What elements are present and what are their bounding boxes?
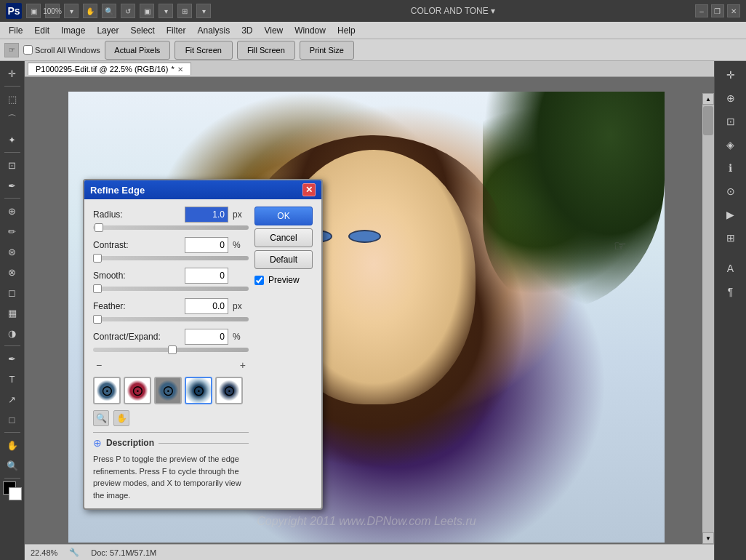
dialog-buttons: OK Cancel Default Preview	[254, 207, 313, 501]
smooth-slider-track[interactable]	[93, 287, 249, 291]
zoom-tool[interactable]: 🔍	[102, 4, 116, 18]
color-swatch[interactable]	[3, 481, 22, 500]
right-tool-8[interactable]: ⊞	[720, 227, 742, 249]
fill-screen-button[interactable]: Fill Screen	[237, 41, 295, 60]
history-tool[interactable]: ⊗	[3, 263, 22, 281]
scroll-tool-icon[interactable]: ☞	[4, 43, 19, 57]
right-tool-3[interactable]: ⊡	[720, 111, 742, 132]
zoom-dropdown[interactable]: ▾	[64, 4, 79, 18]
preview-icon-4[interactable]: ⊙	[185, 377, 212, 404]
default-button[interactable]: Default	[254, 250, 313, 269]
dialog-close-button[interactable]: ✕	[302, 183, 316, 196]
restore-button[interactable]: ❐	[711, 4, 724, 17]
scroll-up-button[interactable]: ▲	[702, 93, 714, 105]
contract-expand-input[interactable]	[185, 329, 228, 345]
preview-icon-3[interactable]: ⊙	[154, 377, 182, 404]
menu-analysis[interactable]: Analysis	[191, 24, 236, 37]
preview-checkbox-label[interactable]: Preview	[268, 275, 300, 285]
view-dropdown[interactable]: ▾	[159, 4, 173, 18]
contrast-input[interactable]	[185, 237, 228, 253]
ok-button[interactable]: OK	[254, 207, 313, 225]
zoom-tool-left[interactable]: 🔍	[3, 456, 22, 475]
crop-tool[interactable]: ⊡	[3, 156, 22, 175]
magic-wand-tool[interactable]: ✦	[3, 130, 22, 149]
contract-expand-slider-thumb[interactable]	[168, 345, 177, 354]
preview-icon-2[interactable]: ⊙	[124, 377, 151, 404]
healing-tool[interactable]: ⊕	[3, 201, 22, 220]
menu-select[interactable]: Select	[124, 24, 160, 37]
print-size-button[interactable]: Print Size	[300, 41, 354, 60]
menu-file[interactable]: File	[3, 24, 28, 37]
zoom-display[interactable]: 100%	[45, 4, 60, 18]
contrast-slider-track[interactable]	[93, 256, 249, 260]
scroll-all-windows-label[interactable]: Scroll All Windows	[23, 45, 100, 55]
scroll-all-windows-checkbox[interactable]	[23, 45, 33, 55]
preview-checkbox[interactable]	[254, 276, 264, 285]
type-tool[interactable]: T	[3, 369, 22, 388]
contrast-slider-thumb[interactable]	[93, 254, 102, 263]
description-toggle[interactable]: ⊕	[93, 437, 102, 449]
feather-slider-track[interactable]	[93, 317, 249, 321]
view-menu[interactable]: ▣	[140, 4, 154, 18]
right-tool-4[interactable]: ◈	[720, 134, 742, 156]
feather-slider-thumb[interactable]	[93, 315, 102, 324]
rotate-tool[interactable]: ↺	[121, 4, 135, 18]
scroll-thumb-v[interactable]	[703, 106, 713, 135]
brush-tool[interactable]: ✏	[3, 222, 22, 241]
preview-icon-5[interactable]: ⊙	[215, 377, 243, 404]
hand-tool[interactable]: ✋	[83, 4, 97, 18]
workspace-name: COLOR AND TONE	[411, 6, 489, 16]
path-tool[interactable]: ↗	[3, 390, 22, 409]
zoom-minus-button[interactable]: 🔍	[93, 410, 109, 426]
gradient-tool[interactable]: ▦	[3, 303, 22, 322]
vertical-scrollbar[interactable]: ▲ ▼	[702, 93, 714, 544]
document-tab[interactable]: P1000295-Edit.tif @ 22.5% (RGB/16) * ✕	[28, 63, 191, 75]
feather-input[interactable]	[185, 298, 228, 314]
dodge-tool[interactable]: ◑	[3, 324, 22, 343]
pen-tool[interactable]: ✒	[3, 349, 22, 368]
marquee-tool[interactable]: ⬚	[3, 89, 22, 108]
lasso-tool[interactable]: ⌒	[3, 110, 22, 129]
minimize-button[interactable]: –	[695, 4, 708, 17]
preview-icon-1[interactable]: ⊙	[93, 377, 121, 404]
right-tool-6[interactable]: ⊙	[720, 180, 742, 202]
move-tool[interactable]: ✛	[3, 64, 22, 83]
extras-menu[interactable]: ⊞	[177, 4, 192, 18]
menu-image[interactable]: Image	[55, 24, 91, 37]
smooth-slider-thumb[interactable]	[93, 284, 102, 293]
background-color[interactable]	[9, 487, 22, 500]
extras-dropdown[interactable]: ▾	[196, 4, 211, 18]
right-tool-5[interactable]: ℹ	[720, 157, 742, 179]
contrast-row: Contrast: %	[93, 237, 249, 253]
contract-expand-slider-track[interactable]	[93, 348, 249, 352]
pan-button[interactable]: ✋	[113, 410, 129, 426]
doc-icon[interactable]: ▣	[26, 4, 41, 18]
menu-filter[interactable]: Filter	[161, 24, 192, 37]
menu-3d[interactable]: 3D	[236, 24, 258, 37]
clone-tool[interactable]: ⊛	[3, 242, 22, 261]
right-tool-7[interactable]: ▶	[720, 204, 742, 225]
actual-pixels-button[interactable]: Actual Pixels	[105, 41, 170, 60]
eyedropper-tool[interactable]: ✒	[3, 176, 22, 195]
right-tool-para[interactable]: ¶	[720, 281, 742, 303]
scroll-down-button[interactable]: ▼	[702, 532, 714, 544]
menu-view[interactable]: View	[258, 24, 289, 37]
right-tool-2[interactable]: ⊕	[720, 87, 742, 109]
radius-input[interactable]	[185, 207, 228, 223]
fit-screen-button[interactable]: Fit Screen	[175, 41, 233, 60]
hand-tool[interactable]: ✋	[3, 436, 22, 455]
tab-close-button[interactable]: ✕	[177, 65, 183, 73]
radius-slider-thumb[interactable]	[95, 223, 103, 232]
right-tool-type[interactable]: A	[720, 257, 742, 279]
menu-help[interactable]: Help	[332, 24, 361, 37]
eraser-tool[interactable]: ◻	[3, 283, 22, 302]
menu-edit[interactable]: Edit	[28, 24, 55, 37]
radius-slider-track[interactable]	[93, 225, 249, 230]
right-tool-1[interactable]: ✛	[720, 64, 742, 86]
cancel-button[interactable]: Cancel	[254, 228, 313, 247]
menu-window[interactable]: Window	[289, 24, 332, 37]
close-button[interactable]: ✕	[727, 4, 740, 17]
smooth-input[interactable]	[185, 268, 228, 284]
shape-tool[interactable]: □	[3, 410, 22, 429]
menu-layer[interactable]: Layer	[91, 24, 124, 37]
